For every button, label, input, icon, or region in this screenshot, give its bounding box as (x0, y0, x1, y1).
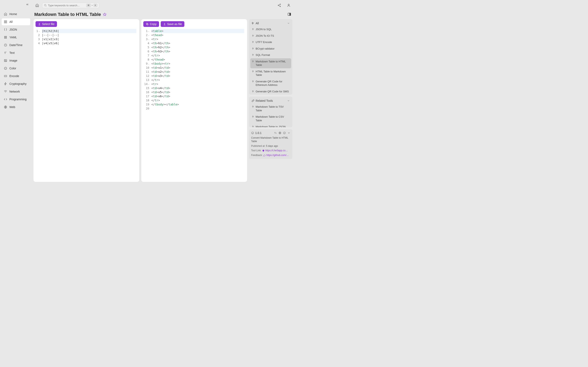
svg-rect-0 (4, 21, 5, 22)
save-as-file-button[interactable]: Save as file (161, 21, 184, 27)
tool-link-line: Tool Link: https://t.he3app.co… (251, 149, 290, 152)
svg-point-10 (5, 60, 6, 60)
tool-item[interactable]: JSON to SQL (250, 26, 291, 33)
bolt-icon (252, 105, 254, 108)
tool-item[interactable]: Generate QR Code for Ethereum Address (250, 78, 291, 88)
tool-item[interactable]: Generate QR Code for SMS (250, 88, 291, 95)
feedback-link[interactable]: https://github.com/… (267, 154, 289, 157)
tool-item[interactable]: JSON To IO-TS (250, 33, 291, 39)
bolt-icon (252, 47, 254, 50)
text-size-icon[interactable] (274, 132, 277, 134)
all-tools-header[interactable]: All (250, 20, 291, 26)
content-row: Select file 1⌄234 |h1|h2|h3||--|--|--||v… (34, 19, 292, 182)
search-shortcut: ⌘ + K (86, 4, 97, 7)
tool-item[interactable]: SQL Format (250, 52, 291, 58)
page-title: Markdown Table to HTML Table (34, 12, 101, 17)
user-button[interactable] (286, 2, 292, 8)
svg-point-17 (280, 6, 281, 7)
link-icon (251, 99, 254, 102)
tool-link[interactable]: https://t.he3app.co… (265, 149, 288, 152)
palette-icon (4, 67, 7, 70)
sidebar-item-all[interactable]: All (2, 18, 30, 25)
all-tools-label: All (256, 22, 259, 25)
sidebar-item-date-time[interactable]: Date/Time (2, 42, 30, 49)
sidebar-item-network[interactable]: Network (2, 88, 30, 95)
sidebar-item-label: JSON (9, 28, 17, 31)
shield-icon (262, 150, 265, 152)
bolt-icon (4, 82, 7, 86)
sidebar-item-cryptography[interactable]: Cryptography (2, 80, 30, 87)
version-text: 1.0.1 (255, 131, 261, 134)
check-icon[interactable] (283, 132, 286, 134)
sidebar-item-yaml[interactable]: YAML (2, 34, 30, 41)
select-file-button[interactable]: Select file (35, 21, 57, 27)
chat-icon (263, 154, 266, 157)
input-editor-panel: Select file 1⌄234 |h1|h2|h3||--|--|--||v… (34, 19, 139, 182)
related-tool-label: Markdown Table to CSV Table (256, 115, 290, 122)
published-line: Published at: 5 days ago (251, 144, 290, 148)
related-tool-item[interactable]: Markdown Table to TSV Table (250, 104, 291, 114)
sidebar-item-label: Home (9, 12, 17, 16)
bolt-icon (252, 34, 254, 37)
globe-icon[interactable] (278, 132, 281, 134)
sidebar-item-encode[interactable]: Encode (2, 73, 30, 80)
sidebar-item-label: YAML (9, 36, 17, 39)
sidebar-item-label: Network (9, 90, 20, 93)
tool-item[interactable]: Markdown Table to HTML Table (250, 58, 291, 68)
svg-rect-20 (290, 13, 291, 16)
svg-rect-5 (6, 36, 7, 37)
related-tool-item[interactable]: Markdown Table to JSON Table (250, 124, 291, 127)
tools-icon (251, 22, 254, 25)
sidebar-item-programming[interactable]: Programming (2, 96, 30, 103)
tool-info-card: 1.0.1 Convert Markdown Table to HTML Tab… (249, 129, 292, 159)
tool-item-label: Generate QR Code for SMS (256, 90, 290, 93)
svg-point-25 (283, 132, 286, 134)
svg-rect-1 (6, 21, 7, 22)
related-tools-header[interactable]: Related Tools (250, 98, 291, 104)
clock-icon (4, 43, 7, 47)
output-code-editor[interactable]: 1⌄2⌄3⌄456789⌄1011121314⌄151617181920 <ta… (143, 29, 245, 180)
yaml-icon (4, 35, 7, 39)
text-icon (4, 51, 7, 55)
tool-item[interactable]: BCrypt validator (250, 45, 291, 52)
svg-rect-6 (4, 38, 5, 38)
related-tool-item[interactable]: Markdown Table to CSV Table (250, 114, 291, 124)
related-tool-label: Markdown Table to JSON Table (256, 125, 290, 127)
left-sidebar: HomeAllJSONYAMLDate/TimeTextImageColorEn… (0, 0, 32, 184)
info-icon (251, 132, 254, 134)
tool-description: Convert Markdown Table to HTML Table (251, 136, 290, 143)
svg-rect-7 (6, 38, 7, 38)
tool-item-label: JSON To IO-TS (256, 34, 290, 38)
sidebar-item-image[interactable]: Image (2, 57, 30, 64)
sidebar-item-home[interactable]: Home (2, 11, 30, 17)
search-icon (44, 4, 47, 7)
copy-button[interactable]: Copy (143, 21, 159, 27)
sidebar-item-text[interactable]: Text (2, 49, 30, 56)
title-bar: Markdown Table to HTML Table (34, 9, 292, 19)
home-button[interactable] (34, 2, 40, 8)
panel-toggle-button[interactable] (287, 12, 292, 17)
share-button[interactable] (277, 2, 282, 8)
search-box[interactable]: ⌘ + K (42, 3, 99, 8)
tool-item-label: SQL Format (256, 53, 290, 57)
sidebar-item-color[interactable]: Color (2, 65, 30, 72)
input-code-editor[interactable]: 1⌄234 |h1|h2|h3||--|--|--||v1|v2|v3||v4|… (35, 29, 137, 180)
sidebar-item-json[interactable]: JSON (2, 26, 30, 33)
sidebar-item-web[interactable]: Web (2, 104, 30, 110)
related-tool-label: Markdown Table to TSV Table (256, 105, 290, 112)
favorite-button[interactable] (103, 13, 107, 16)
tool-item[interactable]: HTML Table to Markdown Table (250, 68, 291, 78)
tool-item[interactable]: UTF7 Encode (250, 39, 291, 45)
related-tools-card: Related Tools Markdown Table to TSV Tabl… (249, 97, 292, 127)
home-icon (4, 12, 7, 16)
chevron-down-icon (287, 22, 290, 25)
search-input[interactable] (48, 4, 86, 7)
svg-point-16 (278, 5, 279, 6)
sidebar-item-label: Color (9, 67, 16, 70)
sidebar-item-label: Image (9, 59, 17, 62)
related-tools-label: Related Tools (256, 99, 273, 102)
collapse-sidebar-button[interactable] (26, 3, 29, 6)
sidebar-item-label: Cryptography (9, 82, 26, 85)
chevron-down-icon[interactable] (287, 132, 290, 134)
tool-item-label: BCrypt validator (256, 47, 290, 50)
